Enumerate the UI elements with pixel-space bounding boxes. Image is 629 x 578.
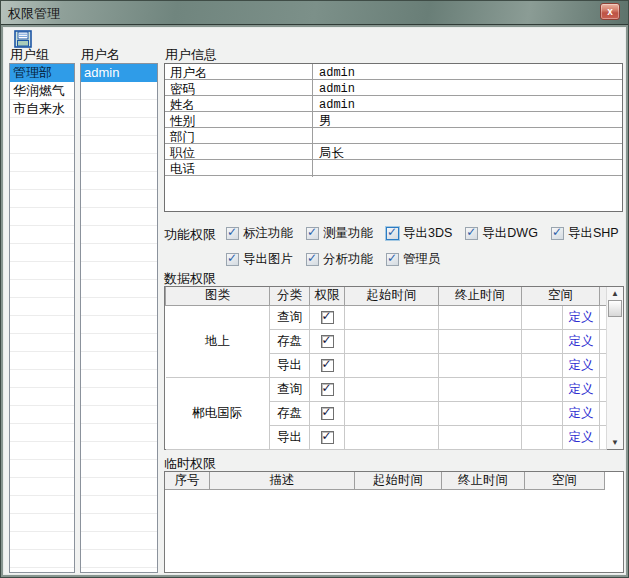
checkbox-icon[interactable]: ✓ [465,227,478,240]
user-group-list[interactable]: 管理部 华润燃气 市自来水 [9,63,75,573]
checkbox-label: 标注功能 [243,225,293,242]
define-link[interactable]: 定义 [563,353,600,377]
start-time-cell[interactable] [345,329,439,353]
space-cell [522,353,563,377]
define-link[interactable]: 定义 [563,425,600,449]
checkbox-label: 管理员 [403,251,441,268]
define-link[interactable]: 定义 [563,401,600,425]
scroll-up-icon[interactable]: ▲ [607,289,623,298]
checkbox-label: 测量功能 [323,225,373,242]
permission-checkbox[interactable]: ✓ [321,431,334,444]
column-header: 描述 [210,472,355,490]
permission-manager-window: 权限管理 x 用户组 用户名 用户信息 管理部 华润燃气 市自来水 [0,0,629,578]
permission-checkbox[interactable]: ✓ [321,335,334,348]
info-value[interactable]: admin [313,80,622,95]
end-time-cell[interactable] [439,353,522,377]
category-cell: 查询 [270,305,310,329]
info-row: 性别 男 [165,112,622,128]
start-time-cell[interactable] [345,305,439,329]
column-header: 终止时间 [439,287,522,305]
list-item-group[interactable]: 管理部 [10,64,74,82]
checkbox-item[interactable]: ✓ 导出SHP [551,225,619,242]
permission-checkbox[interactable]: ✓ [321,383,334,396]
info-row: 密码 admin [165,80,622,96]
end-time-cell[interactable] [439,329,522,353]
category-cell: 存盘 [270,401,310,425]
title-bar: 权限管理 x [1,1,628,25]
define-link[interactable]: 定义 [563,377,600,401]
checkbox-icon[interactable]: ✓ [306,227,319,240]
column-header: 分类 [270,287,310,305]
column-header: 序号 [165,472,210,490]
info-label: 职位 [165,144,313,159]
space-cell [522,329,563,353]
vertical-scrollbar[interactable]: ▲ ▼ [606,287,623,449]
permission-checkbox[interactable]: ✓ [321,359,334,372]
info-value[interactable]: 局长 [313,144,622,159]
list-item-user[interactable]: admin [81,64,157,82]
data-permissions-label: 数据权限 [164,270,216,286]
start-time-cell[interactable] [345,425,439,449]
info-row: 姓名 admin [165,96,622,112]
list-item-group[interactable]: 市自来水 [10,100,74,118]
info-row: 电话 [165,160,622,176]
info-label: 性别 [165,112,313,127]
checkbox-icon[interactable]: ✓ [226,227,239,240]
scroll-down-icon[interactable]: ▼ [607,438,623,447]
checkbox-label: 分析功能 [323,251,373,268]
end-time-cell[interactable] [439,425,522,449]
category-cell: 存盘 [270,329,310,353]
space-cell [522,425,563,449]
column-header: 权限 [310,287,345,305]
checkbox-item[interactable]: ✓ 测量功能 [306,225,373,242]
checkbox-item[interactable]: ✓ 导出DWG [465,225,538,242]
info-filler [165,176,622,177]
data-permissions-grid: 图类 分类 权限 起始时间 终止时间 空间 地上 查询 ✓ 定义 [164,286,624,450]
info-value[interactable]: admin [313,96,622,111]
define-link[interactable]: 定义 [563,329,600,353]
column-header: 起始时间 [355,472,442,490]
checkbox-icon[interactable]: ✓ [226,253,239,266]
list-item-group[interactable]: 华润燃气 [10,82,74,100]
info-value[interactable] [313,160,622,175]
end-time-cell[interactable] [439,305,522,329]
scrollbar-thumb[interactable] [608,300,622,317]
user-name-list[interactable]: admin [80,63,158,573]
end-time-cell[interactable] [439,401,522,425]
start-time-cell[interactable] [345,401,439,425]
user-info-label: 用户信息 [165,46,217,62]
info-value[interactable]: admin [313,64,622,79]
start-time-cell[interactable] [345,353,439,377]
dialog-body: 用户组 用户名 用户信息 管理部 华润燃气 市自来水 admin 用户名 adm… [1,25,628,577]
function-permissions-row1: ✓ 标注功能 ✓ 测量功能 ✓ 导出3DS ✓ 导出DWG ✓ 导出SHP [226,225,619,241]
category-cell: 导出 [270,353,310,377]
info-row: 用户名 admin [165,64,622,80]
checkbox-icon[interactable]: ✓ [386,253,399,266]
info-row: 部门 [165,128,622,144]
permission-checkbox[interactable]: ✓ [321,311,334,324]
checkbox-item[interactable]: ✓ 管理员 [386,251,441,268]
end-time-cell[interactable] [439,377,522,401]
permission-checkbox[interactable]: ✓ [321,407,334,420]
checkbox-item[interactable]: ✓ 导出图片 [226,251,293,268]
checkbox-icon[interactable]: ✓ [306,253,319,266]
start-time-cell[interactable] [345,377,439,401]
checkbox-item[interactable]: ✓ 分析功能 [306,251,373,268]
close-button[interactable]: x [600,3,620,20]
checkbox-label: 导出DWG [482,225,538,242]
define-link[interactable]: 定义 [563,305,600,329]
checkbox-label: 导出3DS [403,225,452,242]
checkbox-icon[interactable]: ✓ [551,227,564,240]
info-value[interactable] [313,128,622,143]
info-value[interactable]: 男 [313,112,622,127]
info-label: 部门 [165,128,313,143]
checkbox-item[interactable]: ✓ 标注功能 [226,225,293,242]
temp-permissions-grid: 序号 描述 起始时间 终止时间 空间 [164,471,624,573]
checkbox-icon[interactable]: ✓ [386,227,399,240]
checkbox-item[interactable]: ✓ 导出3DS [386,225,452,242]
info-label: 密码 [165,80,313,95]
user-group-label: 用户组 [10,46,49,62]
function-permissions-row2: ✓ 导出图片 ✓ 分析功能 ✓ 管理员 [226,251,441,267]
close-icon: x [607,6,613,17]
grid-header-row: 序号 描述 起始时间 终止时间 空间 [165,472,623,490]
